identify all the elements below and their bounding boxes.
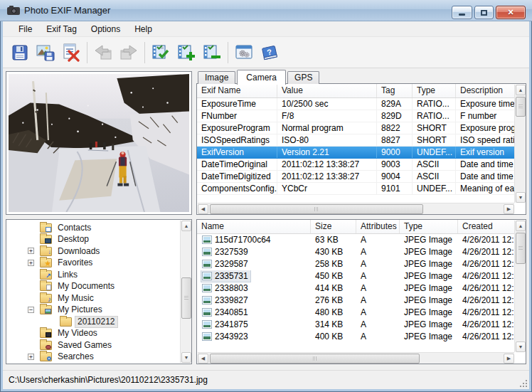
tree-expander-icon[interactable]: − <box>28 307 34 313</box>
menu-file[interactable]: File <box>11 22 39 36</box>
tree-item[interactable]: Desktop <box>6 234 179 246</box>
scroll-thumb[interactable] <box>210 354 420 364</box>
maximize-button[interactable] <box>474 6 494 19</box>
tree-item[interactable]: + Searches <box>6 351 179 363</box>
scroll-up-arrow-icon[interactable]: ▲ <box>516 85 526 95</box>
scroll-right-arrow-icon[interactable]: ▶ <box>504 354 514 364</box>
options-button[interactable] <box>231 40 257 65</box>
column-type[interactable]: Type <box>413 84 456 97</box>
exif-row[interactable]: ComponentsConfig... YCbCr 9101 UNDEF... … <box>197 183 514 195</box>
folder-overlay-icon <box>45 309 51 314</box>
exif-row[interactable]: FNumber F/8 829D RATIO... F number <box>197 110 514 122</box>
file-type-cell: JPEG Image <box>400 307 458 319</box>
tree-item-label: My Documents <box>55 281 117 292</box>
tree-vertical-scrollbar[interactable]: ▲ ▼ <box>180 221 191 363</box>
scroll-down-arrow-icon[interactable]: ▼ <box>516 341 526 352</box>
exif-value-cell: Version 2.21 <box>277 147 377 158</box>
exif-row[interactable]: DateTimeOriginal 2011:02:12 13:38:27 900… <box>197 159 514 171</box>
exif-horizontal-scrollbar[interactable]: ◀ ▶ <box>198 203 514 214</box>
column-value[interactable]: Value <box>277 84 377 97</box>
scroll-right-arrow-icon[interactable]: ▶ <box>504 204 514 214</box>
close-button[interactable]: ✕ <box>496 6 526 19</box>
tree-item[interactable]: My Music <box>6 292 179 304</box>
column-exif-name[interactable]: Exif Name <box>197 84 277 97</box>
folder-tree-panel: Contacts Desktop + Downloads <box>6 219 192 364</box>
column-name[interactable]: Name <box>197 220 311 233</box>
titlebar[interactable]: Photo EXIF Manager ✕ <box>0 0 532 21</box>
scroll-thumb[interactable] <box>516 233 526 264</box>
exif-row[interactable]: ISOSpeedRatings ISO-80 8827 SHORT ISO sp… <box>197 134 514 147</box>
tree-item[interactable]: + Favorites <box>6 258 179 270</box>
scroll-thumb[interactable] <box>181 277 191 319</box>
file-name-cell: 2340851 <box>197 307 311 319</box>
delete-exif-button[interactable] <box>58 40 84 65</box>
add-tag-button[interactable] <box>174 40 199 65</box>
files-vertical-scrollbar[interactable]: ▲ ▼ <box>514 221 526 352</box>
file-row[interactable]: 2335731 450 KB A JPEG Image 4/26/2011 12… <box>197 270 514 282</box>
exif-table-body: ExposureTime 10/2500 sec 829A RATIO... E… <box>197 98 514 203</box>
exif-vertical-scrollbar[interactable]: ▲ ▼ <box>514 85 526 203</box>
save-image-button[interactable] <box>33 40 58 65</box>
scroll-down-arrow-icon[interactable]: ▼ <box>516 192 526 203</box>
column-size[interactable]: Size <box>311 220 356 233</box>
exif-row[interactable]: ExposureTime 10/2500 sec 829A RATIO... E… <box>197 98 514 110</box>
scroll-left-arrow-icon[interactable]: ◀ <box>198 354 208 364</box>
file-row[interactable]: 2339827 276 KB A JPEG Image 4/26/2011 12… <box>197 295 514 307</box>
tree-item[interactable]: Saved Games <box>6 339 179 351</box>
tab-camera[interactable]: Camera <box>237 70 286 85</box>
folder-icon <box>60 317 72 327</box>
exif-row[interactable]: DateTimeDigitized 2011:02:12 13:38:27 90… <box>197 171 514 183</box>
file-row[interactable]: 2340851 480 KB A JPEG Image 4/26/2011 12… <box>197 307 514 319</box>
tree-item[interactable]: My Videos <box>6 328 179 340</box>
tree-expander-icon[interactable]: + <box>28 260 34 266</box>
window-title: Photo EXIF Manager <box>24 5 110 16</box>
scroll-thumb[interactable] <box>516 97 526 117</box>
file-row[interactable]: 2338803 414 KB A JPEG Image 4/26/2011 12… <box>197 282 514 295</box>
column-created[interactable]: Created <box>458 220 514 233</box>
column-description[interactable]: Description <box>456 84 514 97</box>
help-button[interactable]: ? <box>257 40 282 65</box>
file-row[interactable]: 115d71700c64 63 KB A JPEG Image 4/26/201… <box>197 234 514 246</box>
file-row[interactable]: 2341875 314 KB A JPEG Image 4/26/2011 12… <box>197 319 514 331</box>
tree-item[interactable]: Contacts <box>6 222 179 234</box>
tab-image[interactable]: Image <box>198 71 235 84</box>
scroll-up-arrow-icon[interactable]: ▲ <box>516 221 526 231</box>
tree-item[interactable]: Links <box>6 269 179 281</box>
menu-options[interactable]: Options <box>84 22 127 36</box>
file-row[interactable]: 2343923 400 KB A JPEG Image 4/26/2011 12… <box>197 331 514 343</box>
tree-item[interactable]: My Documents <box>6 281 179 293</box>
resize-grip[interactable] <box>519 379 528 388</box>
camera-app-icon[interactable] <box>7 6 20 16</box>
edit-tag-button[interactable] <box>148 40 174 65</box>
scroll-down-arrow-icon[interactable]: ▼ <box>181 352 191 363</box>
save-button[interactable] <box>7 40 33 65</box>
previous-image-button[interactable] <box>90 40 116 65</box>
menu-exif-tag[interactable]: Exif Tag <box>39 22 83 36</box>
tree-item[interactable]: + Downloads <box>6 245 179 258</box>
remove-tag-button[interactable] <box>199 40 225 65</box>
tree-item[interactable]: − My Pictures <box>6 304 179 317</box>
file-row[interactable]: 2327539 430 KB A JPEG Image 4/26/2011 12… <box>197 246 514 258</box>
tree-expander-icon[interactable]: + <box>28 354 34 360</box>
tree-item[interactable]: 20110212 <box>6 316 179 328</box>
scroll-up-arrow-icon[interactable]: ▲ <box>181 221 191 231</box>
column-type[interactable]: Type <box>400 220 458 233</box>
next-image-button[interactable] <box>116 40 142 65</box>
minimize-button[interactable] <box>452 6 472 19</box>
scroll-left-arrow-icon[interactable]: ◀ <box>198 204 208 214</box>
files-horizontal-scrollbar[interactable]: ◀ ▶ <box>198 352 514 364</box>
file-attributes-cell: A <box>356 258 400 270</box>
folder-icon <box>40 352 52 361</box>
tree-item-label: Downloads <box>55 246 102 257</box>
column-attributes[interactable]: Attributes <box>356 220 400 233</box>
exif-row[interactable]: ExposureProgram Normal program 8822 SHOR… <box>197 122 514 134</box>
tab-gps[interactable]: GPS <box>287 71 319 84</box>
file-row[interactable]: 2329587 258 KB A JPEG Image 4/26/2011 12… <box>197 258 514 270</box>
tree-expander-icon[interactable]: + <box>28 248 34 254</box>
file-attributes-cell: A <box>356 234 400 246</box>
exif-row[interactable]: ExifVersion Version 2.21 9000 UNDEF... E… <box>197 147 514 159</box>
column-tag[interactable]: Tag <box>377 84 413 97</box>
folder-overlay-icon <box>46 285 51 290</box>
scroll-thumb[interactable] <box>210 204 423 214</box>
menu-help[interactable]: Help <box>127 22 159 36</box>
